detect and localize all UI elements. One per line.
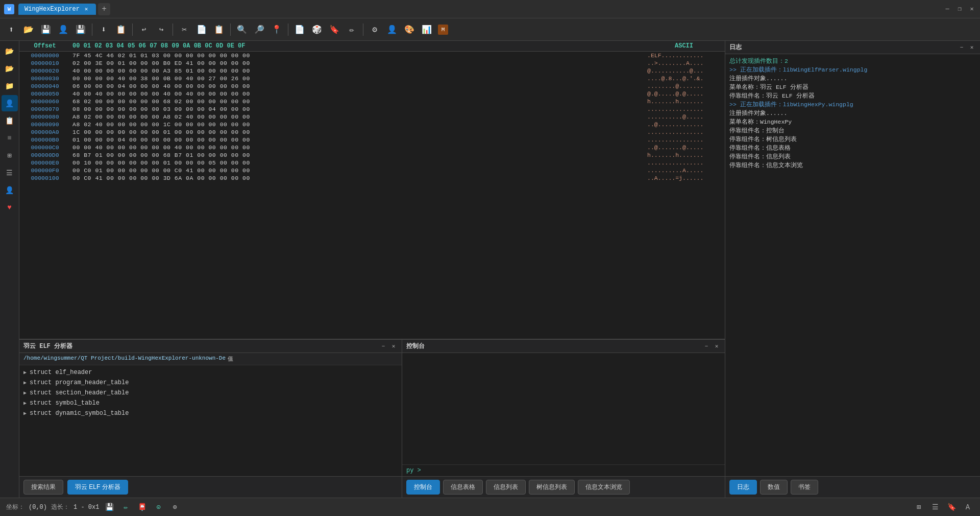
sidebar-icon-user3[interactable]: ♥ — [2, 199, 18, 216]
elf-panel-close-btn[interactable]: ✕ — [389, 342, 398, 350]
table-row[interactable]: 00000100 00 C0 41 00 00 00 00 00 3D 6A 0… — [19, 174, 725, 182]
toolbar-paste-icon[interactable]: 📋 — [211, 21, 227, 38]
sidebar-icon-layers[interactable]: 📂 — [2, 60, 18, 77]
hex-viewer[interactable]: Offset 00 01 02 03 04 05 06 07 08 09 0A … — [19, 41, 725, 339]
console-panel: 控制台 − ✕ py > 控制台 信息表格 信息列表 树信息列表 — [402, 340, 725, 498]
tab-close-button[interactable]: ✕ — [83, 6, 90, 13]
status-check-icon[interactable]: ⊙ — [152, 501, 164, 513]
toolbar-export-icon[interactable]: ⬇ — [95, 21, 112, 38]
console-panel-float-btn[interactable]: − — [702, 342, 710, 350]
table-row[interactable]: 00000000 7F 45 4C 46 02 01 01 03 00 00 0… — [19, 52, 725, 59]
table-row[interactable]: 000000B0 01 00 00 00 04 00 00 00 00 00 0… — [19, 136, 725, 144]
sidebar-icon-open[interactable]: 📂 — [2, 43, 18, 59]
search-results-btn[interactable]: 搜索结果 — [23, 480, 63, 495]
info-text-tab-btn[interactable]: 信息文本浏览 — [578, 480, 630, 495]
console-tab-btn[interactable]: 控制台 — [406, 480, 440, 495]
toolbar-grid-icon[interactable]: 🎲 — [309, 21, 325, 38]
list-item[interactable]: ▶ struct section_header_table — [19, 388, 402, 398]
table-row[interactable]: 00000060 68 02 00 00 00 00 00 00 68 02 0… — [19, 98, 725, 105]
log-tab-btn[interactable]: 日志 — [729, 480, 757, 495]
hex-rows[interactable]: 00000000 7F 45 4C 46 02 01 01 03 00 00 0… — [19, 52, 725, 337]
sidebar-icon-user2[interactable]: 👤 — [2, 182, 18, 198]
elf-panel: 羽云 ELF 分析器 − ✕ /home/wingsummer/QT Proje… — [19, 340, 402, 498]
toolbar-edit-icon[interactable]: ✏ — [344, 21, 360, 38]
table-row[interactable]: 00000010 02 00 3E 00 01 00 00 00 B0 ED 4… — [19, 59, 725, 67]
right-panel-float-btn[interactable]: − — [958, 43, 966, 52]
sidebar-icon-list[interactable]: ☰ — [2, 165, 18, 181]
main-tab[interactable]: WingHexExplorer ✕ — [18, 4, 96, 15]
status-edit-icon[interactable]: ✏ — [119, 501, 132, 513]
toolbar-pin-icon[interactable]: 📍 — [268, 21, 285, 38]
table-row[interactable]: 00000070 08 00 00 00 00 00 00 00 03 00 0… — [19, 105, 725, 113]
status-right-icon2[interactable]: ☰ — [929, 501, 941, 513]
toolbar-plugin-icon[interactable]: 📊 — [419, 21, 435, 38]
status-right-icon4[interactable]: A — [962, 501, 974, 513]
table-row[interactable]: 00000090 A8 02 40 00 00 00 00 00 1C 00 0… — [19, 121, 725, 128]
sidebar-icon-grid[interactable]: ⊞ — [2, 147, 18, 163]
hex-offset: 00000070 — [19, 106, 70, 112]
status-right-icon3[interactable]: 🔖 — [945, 501, 958, 513]
status-error-icon[interactable]: 📮 — [136, 501, 148, 513]
list-item[interactable]: ▶ struct symbol_table — [19, 398, 402, 408]
toolbar-bookmark-icon[interactable]: 🔖 — [326, 21, 342, 38]
toolbar-extra-icon[interactable]: M — [438, 25, 448, 35]
tree-info-tab-btn[interactable]: 树信息列表 — [529, 480, 575, 495]
status-right-icon1[interactable]: ⊞ — [913, 501, 925, 513]
table-row[interactable]: 00000020 40 00 00 00 00 00 00 00 A3 85 0… — [19, 67, 725, 75]
elf-panel-float-btn[interactable]: − — [379, 342, 387, 350]
list-item[interactable]: ▶ struct elf_header — [19, 367, 402, 378]
toolbar-undo-icon[interactable]: ↩ — [136, 21, 152, 38]
sidebar-icon-square[interactable]: ■ — [2, 130, 18, 146]
toolbar-cut-icon[interactable]: ✂ — [176, 21, 192, 38]
toolbar-layers2-icon[interactable]: 📋 — [113, 21, 129, 38]
right-panel: 日志 − ✕ 总计发现插件数目：2>> 正在加载插件：libWingElfPar… — [725, 41, 980, 498]
bookmark-tab-btn[interactable]: 书签 — [791, 480, 818, 495]
elf-tree[interactable]: ▶ struct elf_header ▶ struct program_hea… — [19, 365, 402, 476]
elf-analyzer-btn[interactable]: 羽云 ELF 分析器 — [67, 480, 128, 495]
toolbar-settings-icon[interactable]: ⚙ — [366, 21, 383, 38]
toolbar-search-icon[interactable]: 🔎 — [251, 21, 267, 38]
toolbar-doc-icon[interactable]: 📄 — [291, 21, 308, 38]
toolbar-layers-icon[interactable]: ⬆ — [3, 21, 19, 38]
toolbar-theme-icon[interactable]: 🎨 — [401, 21, 418, 38]
toolbar-save-icon[interactable]: 💾 — [38, 21, 54, 38]
table-row[interactable]: 000000A0 1C 00 00 00 00 00 00 00 01 00 0… — [19, 128, 725, 136]
hex-offset: 00000080 — [19, 113, 70, 120]
table-row[interactable]: 00000040 06 00 00 00 04 00 00 00 40 00 0… — [19, 82, 725, 90]
info-list-tab-btn[interactable]: 信息列表 — [486, 480, 526, 495]
tree-arrow-icon: ▶ — [23, 390, 27, 396]
toolbar-open-icon[interactable]: 📂 — [20, 21, 37, 38]
table-row[interactable]: 00000050 40 00 40 00 00 00 00 00 40 00 4… — [19, 90, 725, 98]
new-tab-button[interactable]: + — [98, 3, 110, 15]
console-input[interactable] — [423, 467, 721, 474]
toolbar-copy-icon[interactable]: 📄 — [193, 21, 210, 38]
list-item[interactable]: ▶ struct program_header_table — [19, 378, 402, 388]
info-table-tab-btn[interactable]: 信息表格 — [443, 480, 483, 495]
numval-tab-btn[interactable]: 数值 — [760, 480, 788, 495]
toolbar-redo-icon[interactable]: ↪ — [153, 21, 169, 38]
right-panel-close-btn[interactable]: ✕ — [968, 43, 976, 52]
table-row[interactable]: 000000F0 00 C0 01 00 00 00 00 00 00 C0 4… — [19, 167, 725, 174]
table-row[interactable]: 00000030 00 00 00 00 40 00 38 00 0B 00 4… — [19, 75, 725, 82]
close-button[interactable]: ✕ — [968, 5, 976, 13]
table-row[interactable]: 000000E0 00 10 00 00 00 00 00 00 01 00 0… — [19, 159, 725, 167]
table-row[interactable]: 000000D0 68 B7 01 00 00 00 00 00 68 B7 0… — [19, 151, 725, 159]
restore-button[interactable]: ❐ — [955, 5, 964, 13]
hex-bytes: 00 00 00 00 40 00 38 00 0B 00 40 00 27 0… — [70, 75, 643, 82]
table-row[interactable]: 00000080 A8 02 00 00 00 00 00 00 A8 02 4… — [19, 113, 725, 121]
hex-offset: 00000010 — [19, 60, 70, 66]
sidebar-icon-user[interactable]: 👤 — [2, 95, 18, 111]
table-row[interactable]: 000000C0 00 00 40 00 00 00 00 00 00 40 0… — [19, 144, 725, 151]
list-item[interactable]: ▶ struct dynamic_symbol_table — [19, 408, 402, 418]
toolbar-user-icon[interactable]: 👤 — [55, 21, 71, 38]
toolbar-saveas-icon[interactable]: 💾 — [72, 21, 89, 38]
sidebar-icon-clipboard[interactable]: 📋 — [2, 112, 18, 129]
console-panel-close-btn[interactable]: ✕ — [713, 342, 721, 350]
hex-ascii: ..A.....=j...... — [643, 175, 725, 181]
minimize-button[interactable]: — — [943, 5, 951, 13]
toolbar-user2-icon[interactable]: 👤 — [384, 21, 400, 38]
sidebar-icon-folder[interactable]: 📁 — [2, 78, 18, 94]
toolbar-find-icon[interactable]: 🔍 — [234, 21, 250, 38]
status-extra-icon[interactable]: ⊕ — [168, 501, 181, 513]
status-save-icon[interactable]: 💾 — [103, 501, 115, 513]
